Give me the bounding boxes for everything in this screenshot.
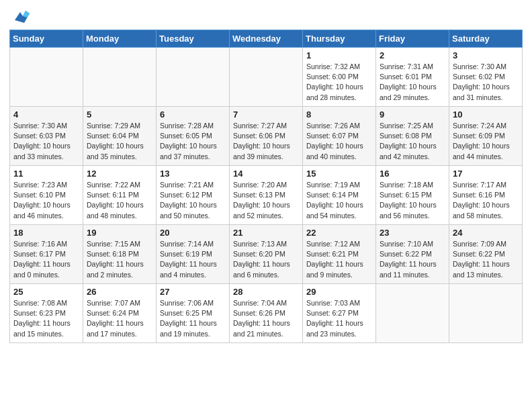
day-info: Sunrise: 7:16 AM Sunset: 6:17 PM Dayligh…: [13, 239, 79, 280]
day-info: Sunrise: 7:30 AM Sunset: 6:02 PM Dayligh…: [453, 62, 519, 103]
calendar-day-cell: 27Sunrise: 7:06 AM Sunset: 6:25 PM Dayli…: [157, 284, 230, 343]
calendar-day-cell: 14Sunrise: 7:20 AM Sunset: 6:13 PM Dayli…: [230, 166, 303, 225]
calendar-day-cell: 24Sunrise: 7:09 AM Sunset: 6:22 PM Dayli…: [449, 225, 523, 284]
day-info: Sunrise: 7:32 AM Sunset: 6:00 PM Dayligh…: [306, 62, 372, 103]
day-number: 1: [306, 50, 372, 60]
day-info: Sunrise: 7:23 AM Sunset: 6:10 PM Dayligh…: [13, 180, 79, 221]
calendar-day-cell: [376, 284, 449, 343]
day-info: Sunrise: 7:17 AM Sunset: 6:16 PM Dayligh…: [453, 180, 519, 221]
calendar-day-cell: 3Sunrise: 7:30 AM Sunset: 6:02 PM Daylig…: [449, 48, 523, 107]
day-info: Sunrise: 7:09 AM Sunset: 6:22 PM Dayligh…: [453, 239, 519, 280]
day-info: Sunrise: 7:08 AM Sunset: 6:23 PM Dayligh…: [13, 298, 79, 339]
day-info: Sunrise: 7:04 AM Sunset: 6:26 PM Dayligh…: [233, 298, 299, 339]
calendar-week-row: 4Sunrise: 7:30 AM Sunset: 6:03 PM Daylig…: [10, 107, 523, 166]
day-number: 16: [380, 169, 445, 179]
weekday-header: Monday: [83, 30, 157, 48]
calendar-day-cell: 15Sunrise: 7:19 AM Sunset: 6:14 PM Dayli…: [303, 166, 376, 225]
calendar-day-cell: 29Sunrise: 7:03 AM Sunset: 6:27 PM Dayli…: [303, 284, 376, 343]
calendar-week-row: 1Sunrise: 7:32 AM Sunset: 6:00 PM Daylig…: [10, 48, 523, 107]
calendar-week-row: 25Sunrise: 7:08 AM Sunset: 6:23 PM Dayli…: [10, 284, 523, 343]
calendar-day-cell: 11Sunrise: 7:23 AM Sunset: 6:10 PM Dayli…: [10, 166, 83, 225]
weekday-header: Thursday: [303, 30, 376, 48]
calendar-day-cell: 8Sunrise: 7:26 AM Sunset: 6:07 PM Daylig…: [303, 107, 376, 166]
calendar-day-cell: 5Sunrise: 7:29 AM Sunset: 6:04 PM Daylig…: [83, 107, 157, 166]
calendar-day-cell: 22Sunrise: 7:12 AM Sunset: 6:21 PM Dayli…: [303, 225, 376, 284]
day-number: 20: [160, 228, 226, 238]
day-number: 28: [233, 287, 299, 297]
calendar-day-cell: 1Sunrise: 7:32 AM Sunset: 6:00 PM Daylig…: [303, 48, 376, 107]
day-number: 3: [453, 50, 519, 60]
day-info: Sunrise: 7:21 AM Sunset: 6:12 PM Dayligh…: [160, 180, 226, 221]
svg-marker-1: [23, 11, 30, 17]
day-number: 10: [453, 109, 519, 120]
calendar-day-cell: [83, 48, 157, 107]
day-info: Sunrise: 7:13 AM Sunset: 6:20 PM Dayligh…: [233, 239, 299, 280]
calendar-day-cell: 21Sunrise: 7:13 AM Sunset: 6:20 PM Dayli…: [230, 225, 303, 284]
calendar-day-cell: [230, 48, 303, 107]
day-number: 7: [233, 109, 299, 120]
calendar-day-cell: 26Sunrise: 7:07 AM Sunset: 6:24 PM Dayli…: [83, 284, 157, 343]
day-info: Sunrise: 7:14 AM Sunset: 6:19 PM Dayligh…: [160, 239, 226, 280]
day-number: 17: [453, 169, 519, 179]
day-number: 29: [306, 287, 372, 297]
day-info: Sunrise: 7:19 AM Sunset: 6:14 PM Dayligh…: [306, 180, 372, 221]
calendar-day-cell: [157, 48, 230, 107]
calendar-week-row: 11Sunrise: 7:23 AM Sunset: 6:10 PM Dayli…: [10, 166, 523, 225]
day-info: Sunrise: 7:27 AM Sunset: 6:06 PM Dayligh…: [233, 121, 299, 162]
day-info: Sunrise: 7:20 AM Sunset: 6:13 PM Dayligh…: [233, 180, 299, 221]
day-info: Sunrise: 7:28 AM Sunset: 6:05 PM Dayligh…: [160, 121, 226, 162]
calendar-day-cell: 10Sunrise: 7:24 AM Sunset: 6:09 PM Dayli…: [449, 107, 523, 166]
logo-bird-icon: [11, 7, 30, 26]
day-number: 11: [13, 169, 79, 179]
calendar-day-cell: 25Sunrise: 7:08 AM Sunset: 6:23 PM Dayli…: [10, 284, 83, 343]
calendar-day-cell: 19Sunrise: 7:15 AM Sunset: 6:18 PM Dayli…: [83, 225, 157, 284]
calendar-day-cell: 13Sunrise: 7:21 AM Sunset: 6:12 PM Dayli…: [157, 166, 230, 225]
day-number: 21: [233, 228, 299, 238]
day-number: 15: [306, 169, 372, 179]
calendar-day-cell: 6Sunrise: 7:28 AM Sunset: 6:05 PM Daylig…: [157, 107, 230, 166]
weekday-header: Wednesday: [230, 30, 303, 48]
day-info: Sunrise: 7:10 AM Sunset: 6:22 PM Dayligh…: [380, 239, 445, 280]
calendar-day-cell: 20Sunrise: 7:14 AM Sunset: 6:19 PM Dayli…: [157, 225, 230, 284]
day-number: 4: [13, 109, 79, 120]
calendar-table: SundayMondayTuesdayWednesdayThursdayFrid…: [9, 30, 523, 343]
calendar-day-cell: 18Sunrise: 7:16 AM Sunset: 6:17 PM Dayli…: [10, 225, 83, 284]
day-info: Sunrise: 7:03 AM Sunset: 6:27 PM Dayligh…: [306, 298, 372, 339]
day-info: Sunrise: 7:26 AM Sunset: 6:07 PM Dayligh…: [306, 121, 372, 162]
day-info: Sunrise: 7:15 AM Sunset: 6:18 PM Dayligh…: [87, 239, 152, 280]
calendar-day-cell: 9Sunrise: 7:25 AM Sunset: 6:08 PM Daylig…: [376, 107, 449, 166]
weekday-header: Friday: [376, 30, 449, 48]
day-number: 5: [87, 109, 152, 120]
day-info: Sunrise: 7:30 AM Sunset: 6:03 PM Dayligh…: [13, 121, 79, 162]
day-number: 14: [233, 169, 299, 179]
calendar-day-cell: 28Sunrise: 7:04 AM Sunset: 6:26 PM Dayli…: [230, 284, 303, 343]
calendar-day-cell: 23Sunrise: 7:10 AM Sunset: 6:22 PM Dayli…: [376, 225, 449, 284]
day-number: 9: [380, 109, 445, 120]
day-number: 24: [453, 228, 519, 238]
day-number: 27: [160, 287, 226, 297]
day-info: Sunrise: 7:18 AM Sunset: 6:15 PM Dayligh…: [380, 180, 445, 221]
day-number: 2: [380, 50, 445, 60]
day-info: Sunrise: 7:06 AM Sunset: 6:25 PM Dayligh…: [160, 298, 226, 339]
day-number: 25: [13, 287, 79, 297]
calendar-day-cell: 16Sunrise: 7:18 AM Sunset: 6:15 PM Dayli…: [376, 166, 449, 225]
day-info: Sunrise: 7:12 AM Sunset: 6:21 PM Dayligh…: [306, 239, 372, 280]
day-number: 13: [160, 169, 226, 179]
weekday-header: Tuesday: [157, 30, 230, 48]
day-number: 12: [87, 169, 152, 179]
calendar-day-cell: 12Sunrise: 7:22 AM Sunset: 6:11 PM Dayli…: [83, 166, 157, 225]
page: SundayMondayTuesdayWednesdayThursdayFrid…: [0, 0, 532, 350]
day-info: Sunrise: 7:07 AM Sunset: 6:24 PM Dayligh…: [87, 298, 152, 339]
day-number: 19: [87, 228, 152, 238]
calendar-header-row: SundayMondayTuesdayWednesdayThursdayFrid…: [10, 30, 523, 48]
day-number: 26: [87, 287, 152, 297]
day-number: 18: [13, 228, 79, 238]
calendar-day-cell: [10, 48, 83, 107]
calendar-day-cell: 7Sunrise: 7:27 AM Sunset: 6:06 PM Daylig…: [230, 107, 303, 166]
day-info: Sunrise: 7:31 AM Sunset: 6:01 PM Dayligh…: [380, 62, 445, 103]
logo: [9, 7, 30, 26]
calendar-week-row: 18Sunrise: 7:16 AM Sunset: 6:17 PM Dayli…: [10, 225, 523, 284]
calendar-day-cell: 17Sunrise: 7:17 AM Sunset: 6:16 PM Dayli…: [449, 166, 523, 225]
day-number: 22: [306, 228, 372, 238]
day-number: 6: [160, 109, 226, 120]
